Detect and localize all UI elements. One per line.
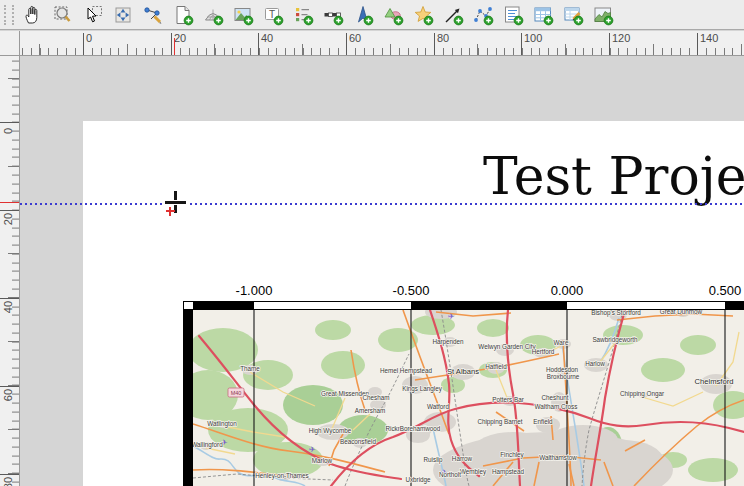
crosshair-cursor bbox=[165, 201, 186, 204]
elevation-chart-icon bbox=[592, 4, 614, 26]
map-town-label: Wallingford bbox=[193, 441, 223, 449]
map-town-label: Uxbridge bbox=[405, 476, 431, 484]
mesh-dome-icon bbox=[202, 4, 224, 26]
add-scalebar-icon[interactable] bbox=[318, 2, 348, 28]
vertical-ruler[interactable]: 0 20 40 60 80 bbox=[0, 56, 20, 486]
hruler-tick bbox=[346, 33, 347, 55]
airport-icon: ✈ bbox=[309, 445, 316, 454]
map-town-label: Waltham Cross bbox=[535, 403, 578, 410]
map-town-label: Amersham bbox=[355, 407, 385, 414]
add-label-icon[interactable]: T bbox=[258, 2, 288, 28]
map-town-label: Beaconsfield bbox=[340, 438, 377, 445]
map-town-label: Harlow bbox=[585, 360, 605, 367]
map-town-label: Hatfield bbox=[485, 363, 507, 370]
map-grid-label: -0.500 bbox=[393, 283, 430, 298]
map-town-label: Chesham bbox=[363, 394, 390, 401]
map-frame-top bbox=[183, 301, 744, 310]
motorway-shield-label: M40 bbox=[231, 390, 242, 396]
scalebar-icon bbox=[322, 4, 344, 26]
layout-toolbar: T bbox=[0, 0, 744, 30]
select-move-item-icon[interactable] bbox=[78, 2, 108, 28]
pan-tool-icon[interactable] bbox=[18, 2, 48, 28]
map-town-label: Chelmsford bbox=[695, 377, 734, 386]
map-town-label: Welwyn Garden City bbox=[478, 343, 536, 351]
map-town-label: Bishop's Stortford bbox=[591, 310, 641, 317]
horizontal-ruler[interactable] bbox=[0, 31, 744, 56]
map-town-label: Wembley bbox=[460, 468, 487, 476]
map-town-label: Ware bbox=[554, 339, 569, 346]
map-town-label: Kings Langley bbox=[402, 385, 442, 393]
hruler-label: 20 bbox=[174, 33, 186, 44]
map-town-label: Broxbourne bbox=[547, 373, 580, 380]
airport-icon: ✈ bbox=[448, 312, 455, 321]
hruler-label: 140 bbox=[700, 33, 718, 44]
map-town-label: Ruislip bbox=[424, 456, 443, 464]
edit-nodes-item-icon[interactable] bbox=[138, 2, 168, 28]
map-town-label: Hampstead bbox=[492, 468, 525, 476]
vruler-label: 60 bbox=[2, 386, 14, 404]
toolbar-drag-handle[interactable] bbox=[4, 5, 14, 25]
shapes-icon bbox=[382, 4, 404, 26]
map-frame-segment bbox=[254, 302, 411, 309]
page-title-item[interactable]: Test Projec bbox=[483, 146, 744, 206]
add-3d-map-icon[interactable] bbox=[198, 2, 228, 28]
map-town-label: St Albans bbox=[447, 367, 479, 376]
map-town-label: Northolt bbox=[439, 471, 461, 478]
map-town-label: Potters Bar bbox=[492, 396, 524, 403]
add-shape-icon[interactable] bbox=[378, 2, 408, 28]
vruler-label: 0 bbox=[2, 122, 14, 140]
star-marker-icon bbox=[412, 4, 434, 26]
add-picture-icon[interactable] bbox=[228, 2, 258, 28]
hruler-label: 0 bbox=[86, 33, 92, 44]
qgis-layout-window: { "toolbar": { "icons": ["drag-handle","… bbox=[0, 0, 744, 486]
map-grid-label: 0.500 bbox=[709, 283, 742, 298]
add-attribute-table-icon[interactable] bbox=[528, 2, 558, 28]
label-icon-glyph: T bbox=[269, 8, 275, 19]
map-grid-label: -1.000 bbox=[236, 283, 273, 298]
move-item-content-icon[interactable] bbox=[108, 2, 138, 28]
map-town-label: Sawbridgeworth bbox=[592, 336, 638, 344]
add-north-arrow-icon[interactable] bbox=[348, 2, 378, 28]
hruler-tick bbox=[521, 33, 522, 55]
map-frame-corner bbox=[183, 301, 194, 310]
add-marker-icon[interactable] bbox=[408, 2, 438, 28]
map-town-label: Hertford bbox=[532, 348, 555, 355]
hruler-label: 60 bbox=[349, 33, 361, 44]
vruler-label: 80 bbox=[2, 474, 14, 486]
map-town-label: Henley-on-Thames bbox=[255, 472, 309, 480]
map-town-label: Great Dunmow bbox=[660, 310, 703, 315]
map-town-label: Thame bbox=[240, 365, 260, 372]
vruler-minor-ticks bbox=[12, 56, 19, 486]
add-legend-icon[interactable] bbox=[288, 2, 318, 28]
select-arrow-icon bbox=[82, 4, 104, 26]
add-html-icon[interactable] bbox=[498, 2, 528, 28]
snap-guide-line bbox=[20, 203, 744, 205]
map-town-label: Enfield bbox=[533, 418, 553, 425]
node-polyline-icon bbox=[472, 4, 494, 26]
map-town-label: Finchley bbox=[500, 451, 524, 459]
add-node-item-icon[interactable] bbox=[468, 2, 498, 28]
add-page-sheet-icon bbox=[172, 4, 194, 26]
zoom-magnifier-icon bbox=[52, 4, 74, 26]
hruler-tick bbox=[258, 33, 259, 55]
add-elevation-profile-icon[interactable] bbox=[588, 2, 618, 28]
hruler-tick bbox=[697, 33, 698, 55]
map-item[interactable]: M40 ✈ ✈ ✈ ✈ Thame Watlington Wallingford… bbox=[193, 310, 744, 486]
north-arrow-icon bbox=[352, 4, 374, 26]
hruler-label: 80 bbox=[437, 33, 449, 44]
hruler-cursor-marker bbox=[174, 38, 175, 55]
edit-nodes-pencil-icon bbox=[142, 4, 164, 26]
picture-landscape-icon bbox=[232, 4, 254, 26]
map-town-label: Borehamwood bbox=[400, 425, 441, 432]
add-page-icon[interactable] bbox=[168, 2, 198, 28]
hruler-label: 120 bbox=[612, 33, 630, 44]
hruler-minor-ticks bbox=[22, 48, 744, 55]
vruler-cursor-marker bbox=[0, 202, 19, 203]
map-town-label: Hoddesdon bbox=[546, 366, 579, 373]
zoom-tool-icon[interactable] bbox=[48, 2, 78, 28]
legend-list-icon bbox=[292, 4, 314, 26]
hruler-tick bbox=[609, 33, 610, 55]
add-arrow-icon[interactable] bbox=[438, 2, 468, 28]
hruler-label: 100 bbox=[524, 33, 542, 44]
add-fixed-table-icon[interactable] bbox=[558, 2, 588, 28]
